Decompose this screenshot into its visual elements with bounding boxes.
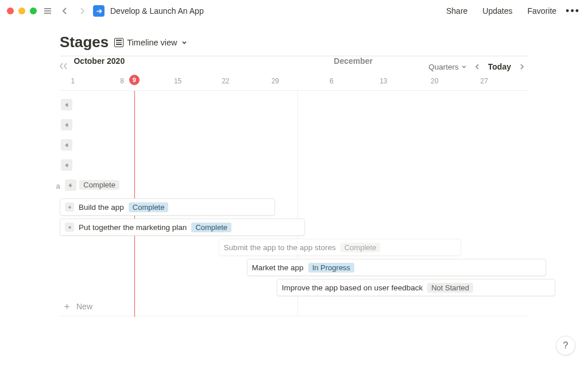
- status-tag: Complete: [79, 180, 119, 190]
- timeline-row: Put together the marketing planComplete: [60, 218, 528, 239]
- plus-icon: ＋: [62, 301, 72, 311]
- timeline-row: Market the appIn Progress: [60, 259, 528, 279]
- status-tag: Complete: [191, 223, 231, 232]
- help-button[interactable]: ?: [556, 336, 575, 355]
- arrow-left-icon: [65, 223, 74, 232]
- card-title: Put together the marketing plan: [79, 223, 187, 232]
- day-tick: 29: [272, 77, 279, 85]
- timeline-next-button[interactable]: [516, 60, 528, 73]
- offscreen-card-stub[interactable]: [61, 99, 72, 110]
- day-tick: 8: [120, 77, 124, 85]
- close-dot[interactable]: [7, 7, 14, 14]
- page-title[interactable]: Develop & Launch An App: [110, 6, 204, 16]
- timeline-row: Improve the app based on user feedbackNo…: [60, 279, 528, 299]
- timescale-label: Quarters: [428, 63, 459, 71]
- timescale-select[interactable]: Quarters: [428, 63, 467, 71]
- hamburger-icon[interactable]: [41, 5, 54, 17]
- card-title: Improve the app based on user feedback: [282, 283, 423, 292]
- timeline-card[interactable]: Improve the app based on user feedbackNo…: [277, 279, 556, 296]
- timeline-row: Build the appComplete: [60, 198, 528, 218]
- timeline-prev-button[interactable]: [471, 60, 483, 73]
- timeline-card[interactable]: Build the appComplete: [60, 198, 275, 216]
- share-button[interactable]: Share: [445, 4, 469, 18]
- timeline-row: [60, 118, 528, 138]
- card-title: Market the app: [252, 263, 304, 272]
- day-tick: 27: [481, 77, 488, 85]
- zoom-dot[interactable]: [30, 7, 37, 14]
- day-tick: 15: [174, 77, 181, 85]
- view-picker[interactable]: Timeline view: [114, 38, 187, 47]
- updates-button[interactable]: Updates: [481, 4, 513, 18]
- day-tick: 6: [330, 77, 334, 85]
- nav-forward-button[interactable]: [76, 5, 88, 17]
- month-label-secondary: December: [334, 56, 373, 66]
- timeline-view-icon: [114, 38, 123, 47]
- today-marker: 9: [129, 75, 140, 85]
- day-tick: 22: [222, 77, 229, 85]
- timeline-row: Submit the app to the app storesComplete: [60, 239, 528, 259]
- chevron-down-icon: [181, 39, 188, 46]
- card-title: Submit the app to the app stores: [224, 243, 336, 252]
- timeline-row: [60, 138, 528, 158]
- card-title: Build the app: [79, 203, 124, 212]
- month-label-primary: October 2020: [74, 56, 125, 66]
- timeline-row: [60, 98, 528, 118]
- chevron-down-icon: [461, 63, 467, 70]
- window-traffic-lights[interactable]: [7, 7, 37, 14]
- page-icon: [93, 5, 105, 17]
- favorite-button[interactable]: Favorite: [527, 4, 558, 18]
- timeline-card[interactable]: Market the appIn Progress: [247, 259, 546, 276]
- timeline-body[interactable]: ＋ New aCompleteBuild the appCompletePut …: [60, 91, 528, 316]
- status-tag: Not Started: [427, 283, 473, 293]
- new-row-label: New: [76, 302, 92, 311]
- timeline-row: [60, 158, 528, 178]
- database-title[interactable]: Stages: [60, 33, 109, 51]
- overflow-text: a: [56, 182, 60, 190]
- offscreen-card-stub[interactable]: [61, 139, 72, 151]
- timeline-row: aComplete: [60, 178, 528, 198]
- minimize-dot[interactable]: [18, 7, 25, 14]
- timeline-card[interactable]: Put together the marketing planComplete: [60, 218, 305, 236]
- timeline-card[interactable]: Submit the app to the app storesComplete: [219, 239, 461, 256]
- new-row-button[interactable]: ＋ New: [62, 301, 92, 311]
- offscreen-card-stub[interactable]: [65, 179, 76, 191]
- status-tag: Complete: [341, 243, 381, 252]
- view-label: Timeline view: [127, 38, 177, 47]
- collapse-left-icon[interactable]: [59, 62, 69, 70]
- arrow-left-icon: [65, 202, 74, 212]
- day-tick: 20: [431, 77, 438, 85]
- today-button[interactable]: Today: [487, 61, 512, 72]
- nav-back-button[interactable]: [59, 5, 71, 17]
- status-tag: Complete: [129, 202, 169, 212]
- offscreen-card-stub[interactable]: [61, 119, 72, 131]
- day-tick: 1: [71, 77, 75, 85]
- more-menu-button[interactable]: •••: [562, 5, 581, 17]
- day-tick: 13: [380, 77, 387, 85]
- timeline-header: October 2020 December Quarters Today 181…: [60, 56, 528, 91]
- status-tag: In Progress: [308, 263, 354, 273]
- offscreen-card-stub[interactable]: [61, 159, 72, 171]
